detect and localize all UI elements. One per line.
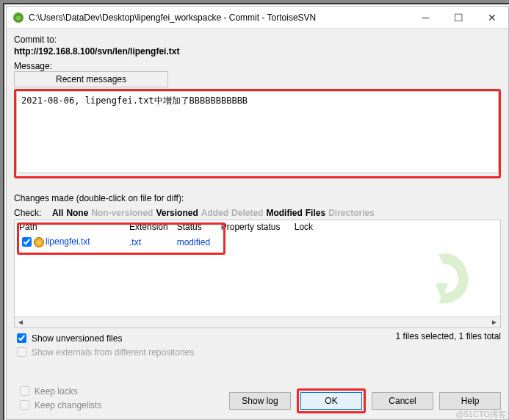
ok-highlight: OK xyxy=(297,388,366,413)
filter-nonversioned[interactable]: Non-versioned xyxy=(91,208,153,218)
message-highlight xyxy=(14,89,501,178)
filter-versioned[interactable]: Versioned xyxy=(156,208,198,218)
cancel-button[interactable]: Cancel xyxy=(372,392,433,410)
close-button[interactable]: ✕ xyxy=(475,7,508,28)
commit-to-label: Commit to: xyxy=(14,35,501,45)
horizontal-scrollbar[interactable]: ◄ ► xyxy=(15,316,500,327)
ok-button[interactable]: OK xyxy=(300,392,362,410)
filter-files[interactable]: Files xyxy=(306,208,325,218)
changes-label: Changes made (double-click on file for d… xyxy=(14,193,501,203)
file-list[interactable]: Path Extension Status Property status Lo… xyxy=(14,220,501,328)
check-label: Check: xyxy=(14,208,41,218)
maximize-button[interactable]: ☐ xyxy=(442,7,475,28)
file-path[interactable]: lipengfei.txt xyxy=(46,236,90,247)
filter-all[interactable]: All xyxy=(52,208,63,218)
window-title: C:\Users\DataDev\Desktop\lipengfei_works… xyxy=(29,12,409,23)
filter-none[interactable]: None xyxy=(66,208,88,218)
credit-watermark: @51CTO博客 xyxy=(456,409,506,420)
recent-messages-button[interactable]: Recent messages xyxy=(14,71,168,87)
show-unversioned-label: Show unversioned files xyxy=(32,332,122,345)
message-label: Message: xyxy=(14,61,501,71)
filter-row: Check: All None Non-versioned Versioned … xyxy=(14,208,501,218)
file-list-header: Path Extension Status Property status Lo… xyxy=(15,220,500,233)
scroll-right-icon[interactable]: ► xyxy=(488,316,500,328)
minimize-button[interactable]: ─ xyxy=(409,7,442,28)
show-externals-checkbox: Show externals from different repositori… xyxy=(14,345,194,359)
help-button[interactable]: Help xyxy=(439,392,501,410)
filter-added[interactable]: Added xyxy=(201,208,228,218)
col-propstatus[interactable]: Property status xyxy=(217,220,290,233)
titlebar: C:\Users\DataDev\Desktop\lipengfei_works… xyxy=(7,7,508,29)
col-status[interactable]: Status xyxy=(173,220,217,233)
filter-directories[interactable]: Directories xyxy=(328,208,375,218)
show-unversioned-checkbox[interactable]: Show unversioned files xyxy=(14,331,194,345)
show-externals-label: Show externals from different repositori… xyxy=(32,346,194,359)
commit-message-input[interactable] xyxy=(16,91,499,173)
commit-dialog: C:\Users\DataDev\Desktop\lipengfei_works… xyxy=(6,6,509,420)
col-path[interactable]: Path xyxy=(15,220,125,233)
filter-modified[interactable]: Modified xyxy=(266,208,302,218)
file-checkbox[interactable] xyxy=(22,237,32,247)
file-status: modified xyxy=(173,233,217,250)
scroll-left-icon[interactable]: ◄ xyxy=(15,316,26,328)
file-modified-icon xyxy=(34,237,44,247)
filter-deleted[interactable]: Deleted xyxy=(231,208,263,218)
col-lock[interactable]: Lock xyxy=(290,220,500,233)
tortoisesvn-icon xyxy=(12,12,24,23)
svn-watermark-icon xyxy=(412,247,478,313)
show-log-button[interactable]: Show log xyxy=(229,392,291,410)
commit-url: http://192.168.8.100/svn/len/lipengfei.t… xyxy=(14,46,501,57)
file-ext: .txt xyxy=(125,233,173,250)
col-extension[interactable]: Extension xyxy=(125,220,173,233)
selection-status: 1 files selected, 1 files total xyxy=(396,331,501,341)
